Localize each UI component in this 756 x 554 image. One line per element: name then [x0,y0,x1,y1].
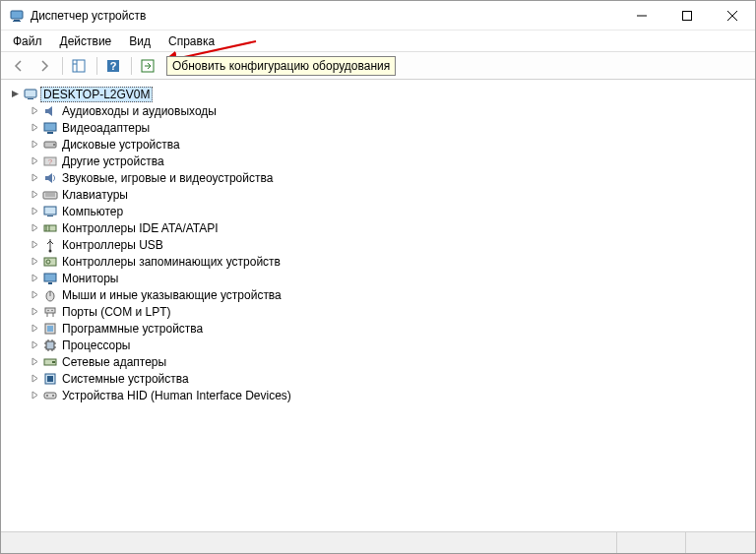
statusbar [1,531,755,553]
svg-rect-61 [44,393,56,399]
expander-icon[interactable] [29,390,40,401]
help-button[interactable]: ? [101,55,125,77]
tree-node[interactable]: ?Другие устройства [27,153,755,169]
usb-controller-icon [42,237,58,253]
tree-node[interactable]: Клавиатуры [27,186,755,203]
tree-node[interactable]: Контроллеры IDE ATA/ATAPI [27,219,755,236]
svg-point-23 [53,144,55,146]
audio-io-icon [42,103,58,119]
expander-icon[interactable] [29,356,40,368]
svg-rect-37 [44,274,56,281]
close-button[interactable] [710,1,755,30]
action-button[interactable] [136,55,159,77]
tree-node-label: Компьютер [62,205,123,218]
svg-rect-4 [683,11,692,20]
sound-game-video-icon [42,170,58,186]
expander-icon[interactable] [29,155,40,167]
hid-icon [42,388,58,403]
status-cell [1,532,617,553]
network-adapter-icon [42,354,58,370]
expander-icon[interactable] [29,206,40,217]
app-icon [9,8,25,24]
tree-node-label: Процессоры [62,339,131,352]
device-tree[interactable]: DESKTOP-L2GV0M Аудиовходы и аудиовыходыВ… [1,80,755,531]
menu-view[interactable]: Вид [121,32,158,50]
tree-root-node[interactable]: DESKTOP-L2GV0M [7,86,755,102]
maximize-button[interactable] [664,1,710,30]
svg-point-62 [46,395,48,397]
toolbar: ? Обновить конфигурацию оборудования [1,52,755,80]
expander-icon[interactable] [29,189,40,201]
expander-icon[interactable] [29,222,40,234]
tree-node[interactable]: Видеоадаптеры [27,119,755,136]
display-adapter-icon [42,120,58,136]
tree-node[interactable]: Аудиовходы и аудиовыходы [27,102,755,119]
menu-file[interactable]: Файл [5,32,50,50]
tree-node-label: Мыши и иные указывающие устройства [62,288,282,302]
svg-rect-20 [44,123,56,131]
toolbar-separator [131,57,132,75]
tree-node-label: Контроллеры USB [62,238,163,252]
menu-help[interactable]: Справка [160,32,222,50]
tree-node[interactable]: Устройства HID (Human Interface Devices) [27,387,755,403]
expander-icon[interactable] [29,306,40,318]
toolbar-separator [96,57,97,75]
svg-rect-7 [73,60,85,72]
tree-node[interactable]: Системные устройства [27,370,755,387]
computer-icon [42,204,58,219]
tree-node-label: Контроллеры запоминающих устройств [62,255,281,269]
tree-node[interactable]: Мыши и иные указывающие устройства [27,286,755,303]
tree-node[interactable]: Программные устройства [27,320,755,337]
menubar: Файл Действие Вид Справка [1,31,755,52]
monitor-icon [42,271,58,286]
expander-icon[interactable] [29,273,40,284]
tree-node-label: Сетевые адаптеры [62,355,166,369]
svg-rect-60 [47,376,53,382]
svg-rect-1 [14,20,20,21]
expander-icon[interactable] [29,172,40,184]
storage-controller-icon [42,254,58,270]
tree-node-label: Дисковые устройства [62,138,180,152]
svg-point-42 [47,309,49,311]
tree-node[interactable]: Мониторы [27,270,755,286]
disk-drive-icon [42,137,58,153]
tree-node[interactable]: Дисковые устройства [27,136,755,153]
expander-icon[interactable] [29,256,40,268]
show-hide-console-tree-button[interactable] [67,55,91,77]
back-button[interactable] [7,55,31,77]
tooltip: Обновить конфигурацию оборудования [166,56,396,76]
tree-node[interactable]: Порты (COM и LPT) [27,303,755,320]
status-cell [617,532,686,553]
tree-node[interactable]: Контроллеры запоминающих устройств [27,253,755,270]
other-devices-icon: ? [42,154,58,169]
expander-icon[interactable] [29,105,40,117]
menu-action[interactable]: Действие [52,32,120,50]
expander-icon[interactable] [29,239,40,251]
software-device-icon [42,321,58,337]
expander-icon[interactable] [9,89,21,100]
tree-node[interactable]: Сетевые адаптеры [27,353,755,370]
tree-node-label: Программные устройства [62,322,203,336]
expander-icon[interactable] [29,339,40,351]
expander-icon[interactable] [29,139,40,151]
forward-button[interactable] [32,55,56,77]
expander-icon[interactable] [29,373,40,385]
tree-node[interactable]: Контроллеры USB [27,236,755,253]
ide-controller-icon [42,220,58,236]
tree-node-label: Устройства HID (Human Interface Devices) [62,389,291,402]
svg-point-63 [52,395,54,397]
tree-node[interactable]: Процессоры [27,337,755,353]
tree-node[interactable]: Звуковые, игровые и видеоустройства [27,169,755,186]
expander-icon[interactable] [29,122,40,134]
svg-text:?: ? [110,60,117,72]
minimize-button[interactable] [619,1,664,30]
toolbar-separator [62,57,63,75]
computer-root-icon [23,87,38,102]
titlebar: Диспетчер устройств [1,1,755,31]
svg-point-34 [49,249,52,252]
svg-rect-38 [48,282,52,284]
tree-node-label: Контроллеры IDE ATA/ATAPI [62,221,219,235]
expander-icon[interactable] [29,289,40,301]
tree-node[interactable]: Компьютер [27,203,755,219]
expander-icon[interactable] [29,323,40,335]
